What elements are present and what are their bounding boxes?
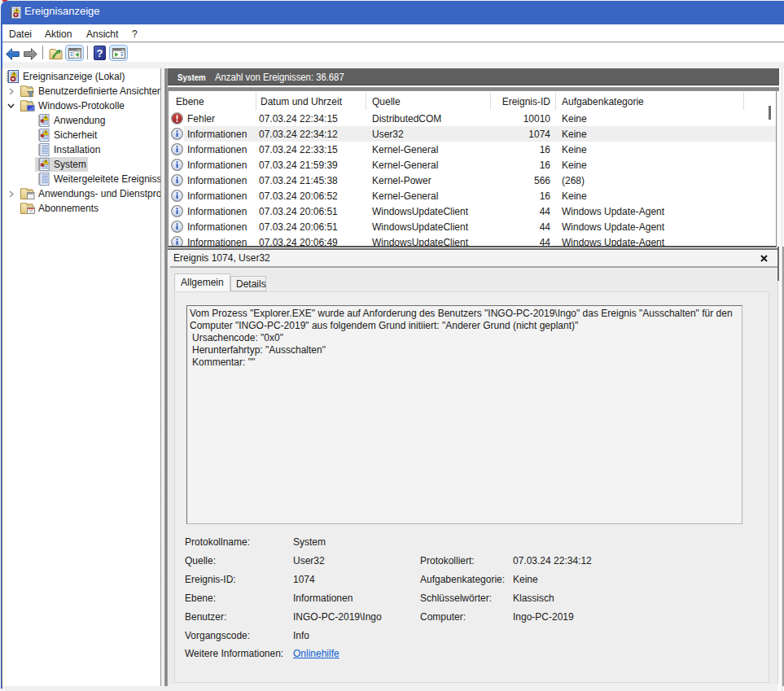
svg-text:?: ? <box>97 47 103 59</box>
